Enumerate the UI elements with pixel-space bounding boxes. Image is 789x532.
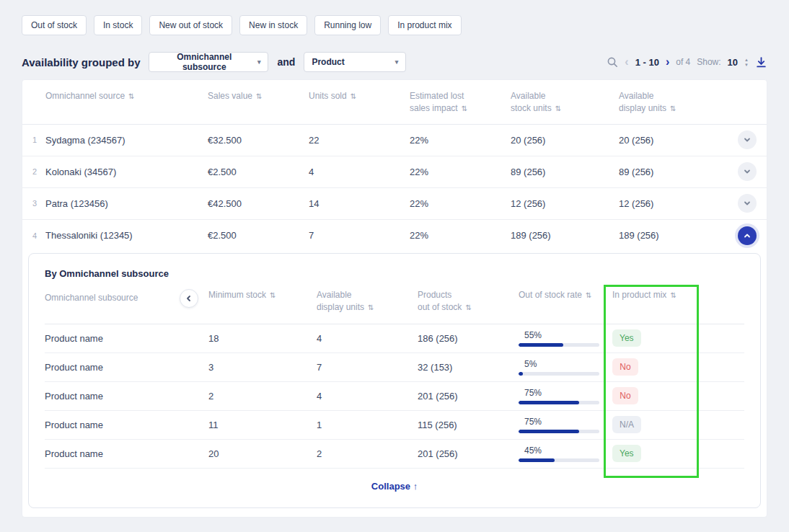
column-header-min-stock[interactable]: Minimum stock⇅ bbox=[208, 289, 317, 301]
availability-table: Omnichannel source⇅ Sales value⇅ Units s… bbox=[22, 79, 767, 518]
sort-icon[interactable]: ⇅ bbox=[128, 92, 134, 100]
and-label: and bbox=[277, 56, 295, 68]
filter-chip-new-in-stock[interactable]: New in stock bbox=[239, 15, 307, 35]
in-product-mix-badge: No bbox=[612, 387, 638, 404]
subtable-row: Product name 2 4 201 (256) 75% No bbox=[45, 382, 744, 411]
sort-icon[interactable]: ⇅ bbox=[270, 291, 276, 299]
row-index: 4 bbox=[22, 231, 45, 240]
page-title: Availability grouped by bbox=[22, 56, 140, 68]
cell-sales: €2.500 bbox=[208, 167, 309, 177]
expand-row-button[interactable] bbox=[738, 130, 757, 149]
progress-bar bbox=[519, 458, 599, 462]
column-header-oos-rate[interactable]: Out of stock rate⇅ bbox=[519, 289, 612, 301]
column-header-units[interactable]: Units sold⇅ bbox=[309, 90, 410, 102]
sort-icon[interactable]: ⇅ bbox=[670, 291, 676, 299]
collapse-link[interactable]: Collapse ↑ bbox=[45, 469, 744, 497]
filter-chip-in-stock[interactable]: In stock bbox=[94, 15, 142, 35]
column-header-source[interactable]: Omnichannel source⇅ bbox=[45, 90, 208, 102]
progress-fill bbox=[519, 372, 523, 376]
sort-icon[interactable]: ⇅ bbox=[465, 303, 471, 311]
availability-page: Out of stock In stock New out of stock N… bbox=[0, 0, 789, 532]
group-by-dropdown-1-value: Omnichannel subsource bbox=[157, 52, 251, 72]
page-size-stepper[interactable]: ▲ ▼ bbox=[744, 58, 749, 67]
cell-min-stock: 20 bbox=[208, 448, 317, 459]
sort-icon[interactable]: ⇅ bbox=[256, 92, 262, 100]
pagination-next-button[interactable]: › bbox=[666, 56, 669, 68]
filter-chip-in-product-mix[interactable]: In product mix bbox=[388, 15, 461, 35]
sort-icon[interactable]: ⇅ bbox=[586, 291, 591, 299]
column-header-display[interactable]: Available display units⇅ bbox=[619, 90, 727, 115]
group-by-dropdown-2[interactable]: Product ▾ bbox=[304, 52, 406, 72]
cell-product-name: Product name bbox=[45, 333, 208, 344]
cell-impact: 22% bbox=[410, 230, 511, 241]
sort-icon[interactable]: ⇅ bbox=[555, 105, 561, 112]
sort-icon[interactable]: ⇅ bbox=[462, 105, 467, 112]
in-product-mix-badge: Yes bbox=[612, 329, 641, 347]
expand-row-button[interactable] bbox=[738, 162, 757, 181]
table-header: Omnichannel source⇅ Sales value⇅ Units s… bbox=[22, 80, 767, 125]
cell-sales: €2.500 bbox=[208, 230, 309, 241]
group-by-dropdown-1[interactable]: Omnichannel subsource ▾ bbox=[149, 52, 268, 72]
row-index: 3 bbox=[22, 199, 45, 208]
collapse-column-button[interactable] bbox=[180, 289, 198, 308]
rate-label: 55% bbox=[519, 330, 612, 340]
cell-impact: 22% bbox=[410, 167, 511, 177]
page-size-value[interactable]: 10 bbox=[728, 57, 738, 68]
collapse-row-button[interactable] bbox=[738, 226, 757, 245]
chevron-down-icon bbox=[743, 199, 751, 208]
sort-icon[interactable]: ⇅ bbox=[670, 105, 676, 112]
cell-min-stock: 11 bbox=[208, 420, 317, 430]
download-button[interactable] bbox=[755, 56, 767, 68]
pagination-prev-button[interactable]: ‹ bbox=[625, 56, 628, 68]
progress-fill bbox=[519, 430, 579, 433]
out-of-stock-rate: 55% bbox=[519, 330, 612, 347]
cell-source: Sydagma (234567) bbox=[45, 135, 208, 146]
filter-chips: Out of stock In stock New out of stock N… bbox=[0, 0, 789, 35]
chevron-down-icon bbox=[743, 136, 751, 144]
sort-icon[interactable]: ⇅ bbox=[368, 303, 374, 311]
row-index: 1 bbox=[22, 136, 45, 144]
out-of-stock-rate: 75% bbox=[519, 388, 612, 404]
cell-units: 7 bbox=[309, 230, 410, 241]
cell-display: 189 (256) bbox=[619, 230, 727, 241]
pagination-total: of 4 bbox=[676, 57, 690, 67]
table-row: 3 Patra (123456) €42.500 14 22% 12 (256)… bbox=[22, 188, 767, 220]
out-of-stock-rate: 5% bbox=[519, 359, 612, 376]
column-header-available-display[interactable]: Available display units⇅ bbox=[317, 289, 418, 314]
out-of-stock-rate: 45% bbox=[519, 445, 612, 462]
cell-source: Thessaloniki (12345) bbox=[45, 230, 208, 241]
search-button[interactable] bbox=[607, 56, 618, 68]
cell-source: Kolonaki (34567) bbox=[45, 167, 208, 177]
cell-products-oos: 186 (256) bbox=[418, 333, 519, 344]
cell-min-stock: 3 bbox=[208, 362, 317, 373]
filter-chip-new-out-of-stock[interactable]: New out of stock bbox=[149, 15, 232, 35]
column-header-products-oos[interactable]: Products out of stock⇅ bbox=[418, 289, 519, 314]
cell-units: 4 bbox=[309, 167, 410, 177]
cell-product-name: Product name bbox=[45, 448, 208, 459]
progress-bar bbox=[519, 401, 599, 404]
expand-row-button[interactable] bbox=[738, 194, 757, 213]
stepper-down-icon: ▼ bbox=[744, 63, 749, 67]
column-header-stock[interactable]: Available stock units⇅ bbox=[511, 90, 619, 115]
cell-products-oos: 32 (153) bbox=[418, 362, 519, 373]
cell-units: 22 bbox=[309, 135, 410, 146]
cell-display-units: 1 bbox=[317, 420, 418, 430]
filter-chip-out-of-stock[interactable]: Out of stock bbox=[22, 15, 87, 35]
cell-product-name: Product name bbox=[45, 420, 208, 430]
column-header-sales[interactable]: Sales value⇅ bbox=[208, 90, 309, 102]
cell-products-oos: 115 (256) bbox=[418, 420, 519, 430]
cell-min-stock: 2 bbox=[208, 391, 317, 402]
progress-bar bbox=[519, 372, 599, 376]
filter-chip-running-low[interactable]: Running low bbox=[314, 15, 381, 35]
column-header-product-mix[interactable]: In product mix⇅ bbox=[612, 289, 744, 301]
cell-display: 89 (256) bbox=[619, 167, 727, 177]
column-header-impact[interactable]: Estimated lost sales impact⇅ bbox=[410, 90, 511, 115]
subtable-row: Product name 20 2 201 (256) 45% Yes bbox=[45, 440, 744, 469]
sort-icon[interactable]: ⇅ bbox=[351, 92, 356, 100]
cell-stock: 189 (256) bbox=[511, 230, 619, 241]
chevron-up-icon bbox=[743, 231, 751, 240]
toolbar: Availability grouped by Omnichannel subs… bbox=[22, 52, 767, 72]
rate-label: 75% bbox=[519, 388, 612, 398]
show-label: Show: bbox=[697, 57, 720, 67]
subtable-header: Omnichannel subsource Minimum stock⇅ Ava… bbox=[45, 289, 744, 324]
